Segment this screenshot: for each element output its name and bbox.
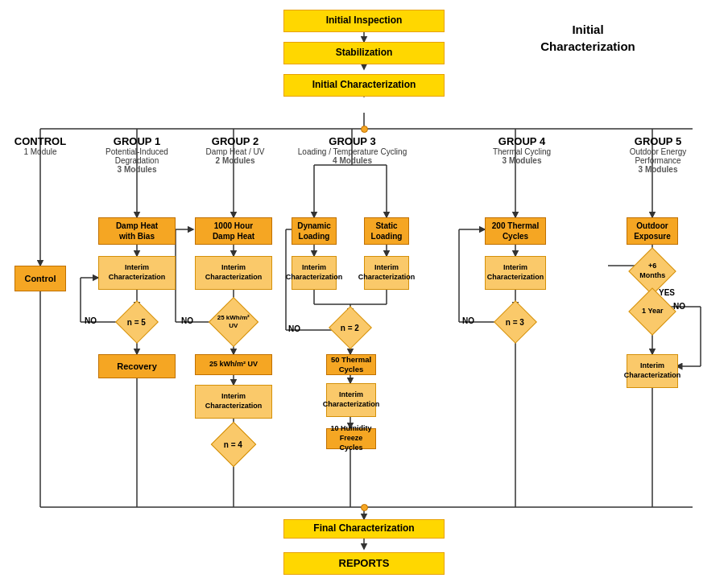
- init-char-side-label: Initial Characterization: [532, 21, 644, 55]
- group5-sub: Outdoor EnergyPerformance: [614, 147, 702, 165]
- year1-diamond-wrap: 1 Year: [633, 296, 672, 327]
- group4-title: GROUP 4: [482, 135, 562, 147]
- dynamic-loading-label: DynamicLoading: [297, 221, 331, 241]
- initial-char-top-label: Initial Characterization: [312, 79, 416, 92]
- months6-label: +6Months: [639, 262, 665, 280]
- group1-sub: Potential-InducedDegradation: [97, 147, 177, 165]
- control-box: Control: [14, 266, 66, 291]
- interim-char-g4-label: InterimCharacterization: [487, 263, 544, 282]
- group3-modules: 4 Modules: [290, 156, 415, 165]
- static-loading-box: StaticLoading: [364, 217, 409, 245]
- no-g1: NO: [85, 316, 97, 325]
- static-loading-label: StaticLoading: [371, 221, 403, 241]
- interim-char-g2-label: InterimCharacterization: [205, 263, 263, 282]
- n5-diamond-wrap: n = 5: [119, 308, 155, 336]
- group1-header: GROUP 1 Potential-InducedDegradation 3 M…: [97, 135, 177, 174]
- interim-char-g2b-label: InterimCharacterization: [205, 392, 263, 411]
- uv-box: 25 kWh/m² UV: [195, 354, 272, 375]
- interim-char-g1-label: InterimCharacterization: [109, 263, 166, 282]
- no-g2: NO: [181, 316, 193, 325]
- thermal-200-box: 200 ThermalCycles: [485, 217, 546, 245]
- stabilization-label: Stabilization: [336, 47, 393, 60]
- n4-label: n = 4: [224, 439, 242, 449]
- control-header: CONTROL 1 Module: [8, 135, 72, 156]
- reports-label: REPORTS: [339, 557, 390, 571]
- group3-header: GROUP 3 Loading / Temperature Cycling 4 …: [290, 135, 415, 165]
- interim-char-g3a-label: InterimCharacterization: [286, 263, 343, 282]
- group3-sub: Loading / Temperature Cycling: [290, 147, 415, 156]
- no-g5: NO: [673, 302, 685, 311]
- reports-box: REPORTS: [283, 552, 445, 575]
- n3-label: n = 3: [506, 316, 524, 327]
- group1-title: GROUP 1: [97, 135, 177, 147]
- group4-sub: Thermal Cycling: [482, 147, 562, 156]
- year1-label: 1 Year: [642, 307, 663, 316]
- group4-modules: 3 Modules: [482, 156, 562, 165]
- damp-heat-1000-box: 1000 HourDamp Heat: [195, 217, 272, 245]
- recovery-label: Recovery: [117, 361, 157, 372]
- initial-char-top-box: Initial Characterization: [283, 74, 445, 97]
- interim-char-g1-box: InterimCharacterization: [98, 256, 176, 290]
- group5-title: GROUP 5: [614, 135, 702, 147]
- final-char-label: Final Characterization: [313, 522, 414, 535]
- interim-char-g5-box: InterimCharacterization: [627, 354, 678, 388]
- outdoor-exposure-box: OutdoorExposure: [627, 217, 678, 245]
- interim-char-g3a-box: InterimCharacterization: [292, 256, 337, 290]
- group2-sub: Damp Heat / UV: [195, 147, 275, 156]
- n25-diamond-wrap: 25 kWh/m²UV: [213, 306, 254, 338]
- damp-heat-bias-box: Damp Heatwith Bias: [98, 217, 176, 245]
- damp-heat-bias-label: Damp Heatwith Bias: [116, 221, 158, 241]
- branch-dot-top: [361, 126, 368, 133]
- damp-heat-1000-label: 1000 HourDamp Heat: [213, 221, 254, 241]
- uv-label: 25 kWh/m² UV: [209, 360, 258, 369]
- n2-diamond-wrap: n = 2: [333, 312, 368, 343]
- interim-char-g2-box: InterimCharacterization: [195, 256, 272, 290]
- group3-title: GROUP 3: [290, 135, 415, 147]
- initial-inspection-box: Initial Inspection: [283, 10, 445, 32]
- months6-diamond-wrap: +6Months: [633, 254, 672, 288]
- n2-label: n = 2: [341, 322, 359, 332]
- interim-char-g3c-label: InterimCharacterization: [323, 390, 380, 409]
- thermal-200-label: 200 ThermalCycles: [492, 221, 539, 241]
- dynamic-loading-box: DynamicLoading: [292, 217, 337, 245]
- control-title: CONTROL: [8, 135, 72, 147]
- thermal-50-box: 50 ThermalCycles: [326, 354, 376, 375]
- n4-diamond-wrap: n = 4: [214, 429, 253, 460]
- group5-modules: 3 Modules: [614, 165, 702, 174]
- control-modules: 1 Module: [8, 147, 72, 156]
- branch-dot-bottom: [361, 504, 368, 511]
- no-g4: NO: [462, 316, 474, 325]
- initial-inspection-label: Initial Inspection: [326, 14, 403, 27]
- diagram: Initial Inspection Stabilization Initial…: [0, 0, 728, 582]
- recovery-box: Recovery: [98, 354, 176, 378]
- outdoor-exposure-label: OutdoorExposure: [634, 221, 671, 241]
- humidity-10-box: 10 HumidityFreeze Cycles: [326, 428, 376, 449]
- stabilization-box: Stabilization: [283, 42, 445, 64]
- interim-char-g3b-label: InterimCharacterization: [358, 263, 416, 282]
- n3-diamond-wrap: n = 3: [498, 308, 533, 336]
- humidity-10-label: 10 HumidityFreeze Cycles: [327, 424, 375, 452]
- group2-title: GROUP 2: [195, 135, 275, 147]
- group4-header: GROUP 4 Thermal Cycling 3 Modules: [482, 135, 562, 165]
- control-label: Control: [24, 273, 56, 284]
- group2-header: GROUP 2 Damp Heat / UV 2 Modules: [195, 135, 275, 165]
- yes-g5: YES: [659, 288, 675, 297]
- interim-char-g3c-box: InterimCharacterization: [326, 383, 376, 417]
- group2-modules: 2 Modules: [195, 156, 275, 165]
- n25-label: 25 kWh/m²UV: [217, 314, 250, 331]
- interim-char-g2b-box: InterimCharacterization: [195, 385, 272, 419]
- no-g3: NO: [288, 324, 300, 333]
- group5-header: GROUP 5 Outdoor EnergyPerformance 3 Modu…: [614, 135, 702, 174]
- interim-char-g3b-box: InterimCharacterization: [364, 256, 409, 290]
- final-char-box: Final Characterization: [283, 519, 445, 539]
- group1-modules: 3 Modules: [97, 165, 177, 174]
- thermal-50-label: 50 ThermalCycles: [331, 355, 371, 375]
- interim-char-g5-label: InterimCharacterization: [624, 361, 681, 380]
- interim-char-g4-box: InterimCharacterization: [485, 256, 546, 290]
- n5-label: n = 5: [127, 316, 146, 327]
